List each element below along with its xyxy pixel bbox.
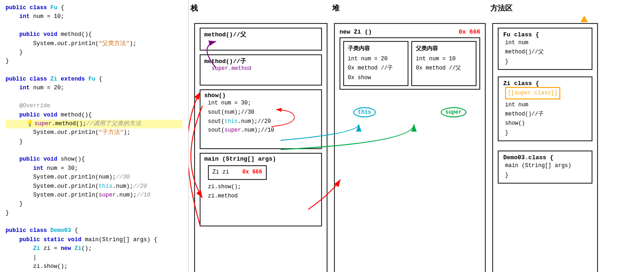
code-line: public class Fu { [6,4,183,12]
code-line: } [6,57,183,66]
zi-class-box: Zi class { [[super class]] int num metho… [498,76,592,141]
heap-object-title: new Zi () [339,29,372,35]
code-line [6,93,183,102]
code-line [6,146,183,155]
demo03-class-content: main (String[] args) } [503,161,587,180]
stack-label: 栈 [190,4,198,13]
code-line: 💡super.method();//调用了父类的方法 [6,120,183,128]
code-line: System.out.println(this.num);//20 [6,182,183,191]
code-panel: public class Fu { int num = 10; public v… [0,0,189,272]
show-line-1: int num = 30; [208,99,317,108]
zi-content-title: 子类内容 [348,45,404,52]
code-line: System.out.println(num);//30 [6,173,183,182]
code-line: int num = 20; [6,84,183,93]
code-line: public class Demo03 { [6,226,183,235]
code-line: | [6,254,183,262]
fu-class-title: Fu class { [503,31,587,38]
code-line: @Override [6,102,183,110]
code-line [6,66,183,75]
stack-frame-method-fu: method()//父 [200,28,322,51]
method-panel: Fu class { int num method()//父 } Zi clas… [492,23,598,272]
code-line: System.out.println(super.num);//10 [6,191,183,200]
fu-content: 父类内容 int num = 10 0x method //父 [411,41,477,86]
this-bubble-heap: this [353,107,376,117]
code-line: Zi zi = new Zi(); [6,244,183,253]
zi-box: Zi zi 0x 666 [208,165,267,180]
super-method-ref: super.method [204,65,317,72]
code-line: public static void main(String[] args) { [6,236,183,244]
stack-frame-main: main (String[] args) Zi zi 0x 666 zi.sho… [200,153,322,226]
code-line: public void method(){ [6,111,183,120]
demo03-class-title: Demo03.class { [503,154,587,161]
diagram-area: 栈 method()//父 method()//子 super.method s… [189,0,644,272]
frame-label-show: show() [204,92,317,99]
inheritance-arrow [581,16,588,22]
fu-class-content: int num method()//父 } [503,38,587,66]
super-bubble: super [441,107,466,117]
fu-content-body: int num = 10 0x method //父 [416,54,472,73]
method-area-label: 方法区 [490,4,512,13]
heap-object-addr: 0x 666 [459,29,480,35]
heap-label: 堆 [332,4,339,13]
heap-object-content: 子类内容 int num = 20 0x method //子 0x show … [339,37,480,90]
zi-content-body: int num = 20 0x method //子 0x show [348,54,404,82]
code-line: public void show(){ [6,155,183,164]
code-line: } [6,209,183,218]
show-line-3: sout(this.num);//20 [208,117,317,127]
super-bubble-heap: super [441,107,466,117]
code-line: public class Zi extends Fu { [6,75,183,84]
frame-label-main: main (String[] args) [204,156,317,162]
code-line: int num = 30; [6,164,183,173]
frame-label-method-fu: method()//父 [204,30,317,39]
code-line: System.out.println("子方法"); [6,128,183,137]
fu-class-box: Fu class { int num method()//父 } [498,28,592,70]
code-line: } [6,138,183,146]
main-line-method: zi.method [208,192,317,201]
stack-frame-method-zi: method()//子 super.method [200,54,322,86]
main-frame-content: Zi zi 0x 666 zi.show(); zi.method [204,165,317,201]
zi-content: 子类内容 int num = 20 0x method //子 0x show [343,41,408,86]
code-line: System.out.println("父类方法"); [6,40,183,48]
heap-panel: new Zi () 0x 666 子类内容 int num = 20 0x me… [334,23,486,272]
code-line [6,22,183,30]
super-class-ref: [[super class]] [505,87,560,99]
triangle-up-icon [581,16,588,22]
frame-label-method-zi: method()//子 [204,57,317,65]
stack-frame-show: show() int num = 30; sout(num);//30 sout… [200,89,322,149]
show-line-2: sout(num);//30 [208,108,317,117]
zi-class-title: Zi class { [503,80,587,87]
fu-content-title: 父类内容 [416,45,472,52]
show-frame-content: int num = 30; sout(num);//30 sout(this.n… [204,99,317,135]
main-line-show: zi.show(); [208,183,317,192]
stack-panel: method()//父 method()//子 super.method sho… [194,23,328,272]
this-bubble: this [353,107,376,117]
code-line [6,218,183,226]
code-line: int num = 10; [6,12,183,21]
heap-object: new Zi () 0x 666 子类内容 int num = 20 0x me… [339,29,480,90]
code-line: zi.show(); [6,262,183,271]
code-line: public void method(){ [6,30,183,39]
code-line: } [6,200,183,208]
show-line-4: sout(super.num);//10 [208,126,317,135]
demo03-class-box: Demo03.class { main (String[] args) } [498,150,592,184]
zi-class-content: [[super class]] int num method()//子 show… [503,87,587,138]
code-line: } [6,48,183,57]
